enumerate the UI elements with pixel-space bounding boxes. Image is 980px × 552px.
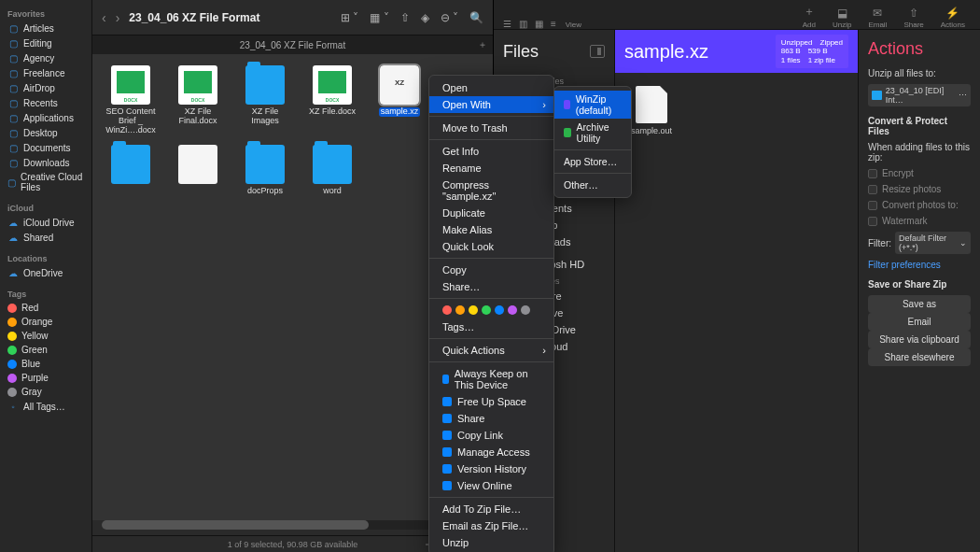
sidebar-all-tags[interactable]: ◦ All Tags…	[0, 399, 91, 414]
ctx-unzip[interactable]: Unzip	[429, 534, 553, 551]
tag-color-dot[interactable]	[442, 305, 452, 315]
forward-button[interactable]: ›	[116, 10, 120, 25]
ctx-view-online[interactable]: View Online	[429, 477, 553, 494]
ctx-share2[interactable]: Share	[429, 410, 553, 427]
sidebar-item[interactable]: ▢AirDrop	[0, 80, 91, 95]
tag-color-dot[interactable]	[469, 305, 478, 315]
ctx-keep[interactable]: Always Keep on This Device	[429, 365, 553, 393]
file-item[interactable]: XZ File Images	[238, 65, 292, 135]
new-tab-button[interactable]: ＋	[478, 38, 487, 51]
tab[interactable]: 23_04_06 XZ File Format	[240, 40, 345, 50]
ctx-add-zip[interactable]: Add To Zip File…	[429, 501, 553, 517]
sidebar-item[interactable]: ▢Agency	[0, 50, 91, 65]
sidebar-item[interactable]: ▢Applications	[0, 110, 91, 125]
tag-color-dot[interactable]	[495, 305, 504, 315]
actions-button[interactable]: ⚡Actions	[935, 7, 971, 29]
sidebar-tag[interactable]: Yellow	[0, 329, 91, 343]
ctx-alias[interactable]: Make Alias	[429, 221, 553, 238]
ctx-tags[interactable]: Tags…	[429, 318, 553, 335]
watermark-check[interactable]: Watermark	[868, 216, 971, 226]
share-button[interactable]: ⇧Share	[898, 7, 929, 29]
file-item[interactable]	[104, 145, 158, 196]
ctx-rename[interactable]: Rename	[429, 160, 553, 177]
group-icon[interactable]: ▦ ˅	[370, 11, 388, 24]
back-button[interactable]: ‹	[102, 10, 106, 25]
filter-select[interactable]: Default Filter (+*.*)⌄	[895, 232, 971, 254]
ctx-trash[interactable]: Move to Trash	[429, 120, 553, 136]
path-menu-icon[interactable]: ⋯	[959, 91, 967, 100]
ctx-free[interactable]: Free Up Space	[429, 393, 553, 410]
action-button[interactable]: Email	[868, 313, 971, 331]
sidebar-item[interactable]: ▢Editing	[0, 35, 91, 50]
ctx-quick-actions[interactable]: Quick Actions	[429, 342, 553, 359]
file-item[interactable]: docProps	[238, 145, 292, 196]
resize-check[interactable]: Resize photos	[868, 184, 971, 194]
sidebar-tag[interactable]: Gray	[0, 385, 91, 399]
action-button[interactable]: Share elsewhere	[868, 348, 971, 366]
sub-winzip[interactable]: WinZip (default)	[554, 91, 631, 119]
sidebar-item[interactable]: ▢Downloads	[0, 155, 91, 170]
sidebar-item[interactable]: ☁iCloud Drive	[0, 215, 91, 230]
ctx-getinfo[interactable]: Get Info	[429, 143, 553, 160]
thumb-view-icon[interactable]: ▦	[535, 19, 543, 29]
ctx-open[interactable]: Open	[429, 79, 553, 96]
share-icon[interactable]: ⇧	[400, 11, 410, 24]
tag-icon[interactable]: ◈	[421, 11, 429, 24]
tab-bar: 23_04_06 XZ File Format ＋	[92, 35, 493, 54]
list-view-icon[interactable]: ☰	[503, 19, 511, 29]
ctx-quicklook[interactable]: Quick Look	[429, 238, 553, 255]
encrypt-check[interactable]: Encrypt	[868, 168, 971, 178]
sidebar-item[interactable]: ▢Freelance	[0, 65, 91, 80]
unzip-button[interactable]: ⬓Unzip	[827, 7, 857, 29]
column-view-icon[interactable]: ▥	[519, 19, 527, 29]
file-item[interactable]: sample.xz	[372, 65, 427, 135]
archive-file-item[interactable]: sample.out	[628, 86, 675, 539]
file-item[interactable]	[171, 145, 225, 196]
add-button[interactable]: ＋Add	[797, 4, 821, 29]
more-icon[interactable]: ⊖ ˅	[441, 11, 458, 24]
sidebar-tag[interactable]: Green	[0, 343, 91, 357]
convert-check[interactable]: Convert photos to:	[868, 200, 971, 210]
sidebar-tag[interactable]: Blue	[0, 357, 91, 371]
sidebar-tag[interactable]: Red	[0, 301, 91, 315]
unzip-path[interactable]: 23_04_10 [EDI] Int… ⋯	[868, 84, 971, 106]
ctx-history[interactable]: Version History	[429, 460, 553, 477]
toggle-pane-icon[interactable]	[590, 45, 605, 58]
detail-view-icon[interactable]: ≡	[551, 19, 556, 29]
sidebar-item[interactable]: ☁OneDrive	[0, 265, 91, 280]
sidebar-item[interactable]: ▢Creative Cloud Files	[0, 170, 91, 194]
tag-color-dot[interactable]	[455, 305, 465, 315]
ctx-copylink[interactable]: Copy Link	[429, 427, 553, 444]
sidebar-item[interactable]: ▢Recents	[0, 95, 91, 110]
sidebar-tag[interactable]: Orange	[0, 315, 91, 329]
ctx-access[interactable]: Manage Access	[429, 444, 553, 460]
file-item[interactable]: XZ File Final.docx	[171, 65, 225, 135]
sub-other[interactable]: Other…	[554, 177, 631, 193]
sidebar-item[interactable]: ▢Desktop	[0, 125, 91, 140]
ctx-compress[interactable]: Compress "sample.xz"	[429, 177, 553, 205]
search-icon[interactable]: 🔍	[469, 11, 483, 24]
tag-color-dot[interactable]	[508, 305, 517, 315]
ctx-copy[interactable]: Copy	[429, 262, 553, 278]
sidebar-item[interactable]: ▢Articles	[0, 21, 91, 35]
action-button[interactable]: Save as	[868, 295, 971, 313]
filter-prefs-link[interactable]: Filter preferences	[868, 260, 971, 270]
file-item[interactable]: SEO Content Brief _ WinZi….docx	[104, 65, 158, 135]
sub-archive[interactable]: Archive Utility	[554, 119, 631, 147]
file-item[interactable]: word	[305, 145, 359, 196]
scrollbar[interactable]	[102, 520, 483, 530]
action-button[interactable]: Share via clipboard	[868, 331, 971, 348]
file-item[interactable]: XZ File.docx	[305, 65, 359, 135]
sidebar-tag[interactable]: Purple	[0, 371, 91, 385]
ctx-email-zip[interactable]: Email as Zip File…	[429, 517, 553, 534]
sub-appstore[interactable]: App Store…	[554, 153, 631, 170]
sidebar-item[interactable]: ▢Documents	[0, 140, 91, 155]
ctx-duplicate[interactable]: Duplicate	[429, 205, 553, 221]
ctx-open-with[interactable]: Open With	[429, 96, 553, 113]
email-button[interactable]: ✉Email	[862, 7, 892, 29]
tag-color-dot[interactable]	[521, 305, 530, 315]
tag-color-dot[interactable]	[482, 305, 491, 315]
view-grid-icon[interactable]: ⊞ ˅	[341, 11, 358, 24]
sidebar-item[interactable]: ☁Shared	[0, 230, 91, 245]
ctx-share[interactable]: Share…	[429, 278, 553, 295]
